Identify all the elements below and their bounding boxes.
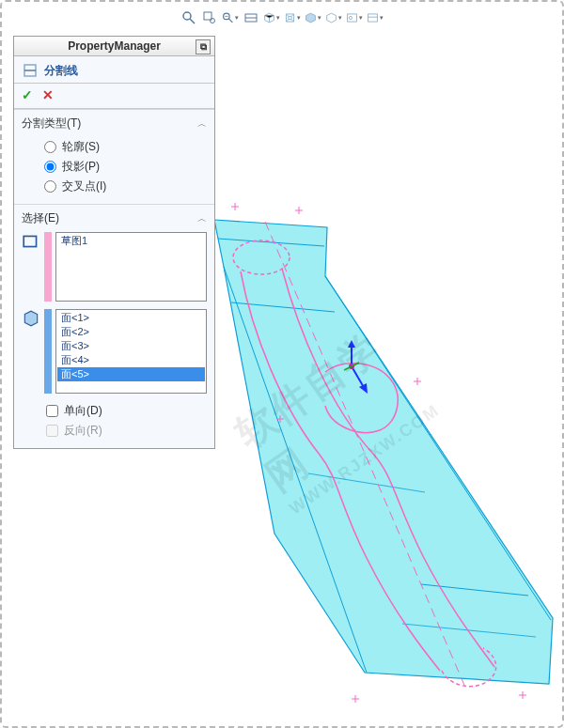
list-item[interactable]: 面<5> [57,367,205,381]
svg-point-32 [211,19,215,23]
hide-show-icon[interactable]: ▾ [305,9,321,26]
prev-view-icon[interactable]: ▾ [222,9,239,26]
svg-rect-41 [24,236,36,246]
view-settings-icon[interactable]: ▾ [367,9,384,26]
sketch-selection-icon [22,232,40,251]
face-color-bar [44,309,52,394]
zoom-fit-icon[interactable] [180,9,197,26]
sketch-color-bar [44,232,52,302]
section-view-icon[interactable] [243,9,259,26]
section-head-selection[interactable]: 选择(E) ︿ [14,204,214,230]
radio-intersection[interactable]: 交叉点(I) [22,177,207,196]
radio-silhouette[interactable]: 轮廓(S) [22,137,207,157]
panel-title: PropertyManager [68,39,161,53]
svg-line-30 [190,19,195,23]
face-selection-list[interactable]: 面<1> 面<2> 面<3> 面<4> 面<5> [55,309,207,394]
svg-marker-1 [214,220,553,684]
cancel-button[interactable]: ✕ [42,87,54,102]
list-item[interactable]: 面<3> [57,339,205,353]
edit-appearance-icon[interactable]: ▾ [325,9,342,26]
view-toolbar: ▾ ▾ ▾ ▾ ▾ ▾ ▾ [0,9,564,30]
split-line-icon [22,62,39,79]
feature-name: 分割线 [44,63,78,79]
list-item[interactable]: 面<1> [57,311,205,325]
section-head-split-type[interactable]: 分割类型(T) ︿ [14,109,214,135]
radio-projection[interactable]: 投影(P) [22,157,207,177]
checkbox-reverse: 反向(R) [22,421,207,441]
feature-heading: 分割线 [14,56,214,84]
panel-title-bar: PropertyManager ⧉ [14,37,214,56]
face-selection-icon [22,309,40,328]
chevron-up-icon: ︿ [197,212,207,225]
apply-scene-icon[interactable]: ▾ [346,9,363,26]
list-item[interactable]: 面<2> [57,325,205,339]
list-item[interactable]: 面<4> [57,353,205,367]
display-style-icon[interactable]: ▾ [284,9,301,26]
svg-rect-31 [204,12,212,20]
pin-icon[interactable]: ⧉ [196,39,211,54]
svg-rect-38 [368,14,378,22]
zoom-area-icon[interactable] [201,9,218,26]
property-manager-panel: PropertyManager ⧉ 分割线 ✓ ✕ 分割类型(T) ︿ 轮廓(S… [13,36,215,449]
svg-point-29 [183,12,191,20]
checkbox-single-direction[interactable]: 单向(D) [22,401,207,421]
view-orientation-icon[interactable]: ▾ [263,9,280,26]
list-item[interactable]: 草图1 [57,234,205,248]
svg-point-37 [349,16,352,19]
ok-button[interactable]: ✓ [22,87,33,102]
sketch-selection-list[interactable]: 草图1 [55,232,207,302]
chevron-up-icon: ︿ [197,117,207,131]
